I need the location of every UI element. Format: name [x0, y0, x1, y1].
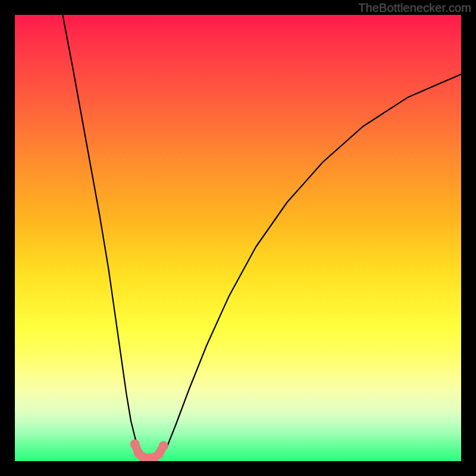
- mismatch-curve-left: [62, 15, 143, 456]
- optimal-range-dot: [159, 441, 168, 451]
- mismatch-curve-right: [161, 74, 461, 456]
- optimal-range-dot: [130, 440, 140, 449]
- curve-overlay: [15, 15, 461, 461]
- plot-area: [15, 15, 461, 461]
- optimal-range-dots: [130, 440, 168, 462]
- watermark-text: TheBottlenecker.com: [358, 1, 471, 15]
- optimal-range-dot: [154, 449, 164, 459]
